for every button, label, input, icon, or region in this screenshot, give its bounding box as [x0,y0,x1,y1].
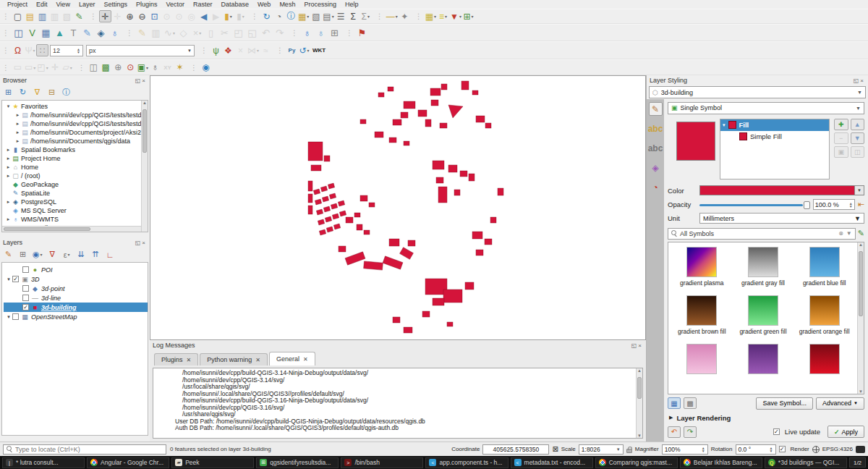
redo-style-button[interactable]: ↷ [684,426,697,438]
add-selected-layers-icon[interactable]: ⊞ [3,87,14,98]
temporal-controller-icon[interactable]: ◔ [273,10,285,22]
zoom-out-icon[interactable]: ⊖ [136,10,148,22]
opacity-slider[interactable] [699,200,810,210]
expand-all-icon[interactable]: ⇊ [76,249,87,260]
digitize-segment-icon[interactable]: ∿ [163,26,176,40]
menu-help[interactable]: Help [341,1,363,8]
avoid-overlap-icon[interactable]: × [234,44,247,56]
layer-visibility-checkbox[interactable] [12,313,19,320]
snapping-type-icon[interactable]: ∷ [36,44,48,56]
tracing-toggle-icon[interactable]: Ψ [24,44,36,56]
expander-icon[interactable]: ▸ [5,147,12,153]
browser-item--home-isunni-documents-qgis-data[interactable]: ▸▤/home/isunni/Documents/qgis/data [4,137,148,145]
expander-icon[interactable]: ▸ [5,216,12,222]
lock-color-button[interactable]: ▣ [834,146,848,158]
processing-toolbox-icon[interactable]: ◉ [200,62,212,74]
renderer-combo[interactable]: ▣ Single Symbol ▼ [668,102,864,114]
zoom-in-icon[interactable]: ⊕ [124,10,136,22]
taskbar--lutra-consult-[interactable]: |* lutra consult... [2,457,85,468]
close-tab-icon[interactable]: ✕ [255,357,260,363]
menu-settings[interactable]: Settings [99,1,132,8]
collapse-all-layers-icon[interactable]: ⇈ [90,249,101,260]
menu-web[interactable]: Web [253,1,275,8]
symbol-gradient-gray-fill[interactable]: gradient gray fill [733,247,794,287]
zoom-full-extent-icon[interactable]: ⊡ [148,10,161,22]
menu-processing[interactable]: Processing [299,1,341,8]
osm-tools-icon[interactable]: ✶ [174,62,186,74]
add-symbol-layer-button[interactable]: ✚ [834,119,848,130]
measure-icon[interactable]: — [386,10,399,22]
symbol-swatch-8[interactable] [793,344,855,377]
add-vector-layer-icon[interactable]: V [25,26,39,40]
icon-view-button[interactable]: ▦ [668,397,681,409]
browser-item-wms-wmts[interactable]: ▸♁WMS/WMTS [4,215,148,224]
add-wms-layer-icon[interactable]: ♁ [108,26,122,40]
menu-raster[interactable]: Raster [189,1,217,8]
symbol-gradient-plasma[interactable]: gradient plasma [671,247,733,287]
symbol-gradient-orange-fill[interactable]: gradient orange fill [793,295,855,335]
pin-unpin-labels-icon[interactable]: ▭ [24,62,36,74]
chevron-down-icon[interactable]: ▾ [723,122,726,128]
trace-offset-icon[interactable]: ≈ [260,44,272,56]
log-tab-python-warning[interactable]: Python warning✕ [200,353,268,366]
menu-plugins[interactable]: Plugins [132,1,162,8]
symbol-gallery[interactable]: gradient plasmagradient gray fillgradien… [668,242,864,394]
browser-item-geopackage[interactable]: ◆GeoPackage [4,180,148,189]
close-panel-icon[interactable]: × [638,342,643,349]
layer-item-3d[interactable]: ▾✓▣3D [4,274,148,284]
list-view-button[interactable]: ▩ [684,397,697,409]
expander-icon[interactable]: ▸ [5,173,12,179]
color-button[interactable]: ▼ [699,185,864,195]
close-panel-icon[interactable]: × [142,240,147,246]
workspace-pager[interactable]: 1/2 [849,457,866,468]
style-manager-icon[interactable]: ✎ [858,229,864,238]
select-features-icon[interactable]: ▦ [297,10,310,22]
taskbar-angular-google-chr-[interactable]: Angular - Google Chr... [87,457,169,468]
filter-by-expression-icon[interactable]: ε [61,249,72,260]
expander-icon[interactable]: ▸ [5,156,12,161]
zoom-last-icon[interactable]: ◀ [197,10,210,22]
toggle-editing-icon[interactable]: ✎ [135,26,149,40]
locator-input[interactable] [15,446,163,453]
processing-history-icon[interactable]: ↺ [298,44,310,56]
layer-visibility-icon[interactable]: ≡ [437,10,449,22]
styling-layer-combo[interactable]: ⬡ 3d-building ▼ [649,86,866,98]
view-3d-tab-icon[interactable]: ◈ [649,161,663,174]
advanced-button[interactable]: Advanced▼ [816,397,864,410]
taskbar-peek[interactable]: ▰Peek [171,457,254,468]
spinner-arrows-icon[interactable]: ▲▼ [77,48,80,54]
rotation-spinbox[interactable]: 0.0 °▲▼ [736,444,776,455]
georeferencer-icon[interactable]: ⚑ [355,26,369,40]
python-console-icon[interactable]: Py [286,44,298,56]
move-up-button[interactable]: ▲ [851,119,865,130]
filter-browser-icon[interactable]: ∇ [32,87,43,98]
chevron-down-icon[interactable]: ▼ [846,230,852,237]
expander-icon[interactable]: ▾ [5,276,12,282]
zoom-to-feature-icon[interactable]: ⊕ [112,62,124,74]
layer-visibility-checkbox[interactable]: ✓ [12,276,19,282]
map-themes-icon[interactable]: ▦ [425,10,437,22]
taskbar--3d-buildings-qgi-[interactable]: Q*3d buildings — QGI... [765,457,847,468]
expander-icon[interactable]: ▸ [14,112,21,118]
close-panel-icon[interactable]: × [142,77,147,84]
pan-to-selection-icon[interactable]: ✛ [111,10,124,22]
statistics-icon[interactable]: Σ [359,10,372,22]
field-calculator-icon[interactable]: Σ [347,10,359,22]
save-symbol-button[interactable]: Save Symbol... [756,397,813,410]
add-delimited-text-icon[interactable]: T [67,26,80,40]
crs-status[interactable]: EPSG:4326 [822,446,853,452]
delete-selected-icon[interactable]: ▯ [204,26,218,40]
map-tips-icon[interactable]: ✦ [399,10,411,22]
symbol-gradient-brown-fill[interactable]: gradient brown fill [671,295,733,335]
undo-icon[interactable]: ↶ [259,26,273,40]
menu-mesh[interactable]: Mesh [275,1,299,8]
selection-handles-icon[interactable]: ▣ [137,62,149,74]
remove-layer-icon[interactable]: ∟ [105,249,116,260]
copy-features-icon[interactable]: ◰ [231,26,245,40]
new-spatial-bookmark-icon[interactable]: ▩ [100,62,112,74]
redo-icon[interactable]: ↷ [273,26,286,40]
expander-icon[interactable]: ▾ [5,103,12,109]
lock-scale-icon[interactable] [626,449,632,453]
slider-handle[interactable] [804,201,810,209]
symbology-tab-icon[interactable]: ✎ [649,102,663,116]
